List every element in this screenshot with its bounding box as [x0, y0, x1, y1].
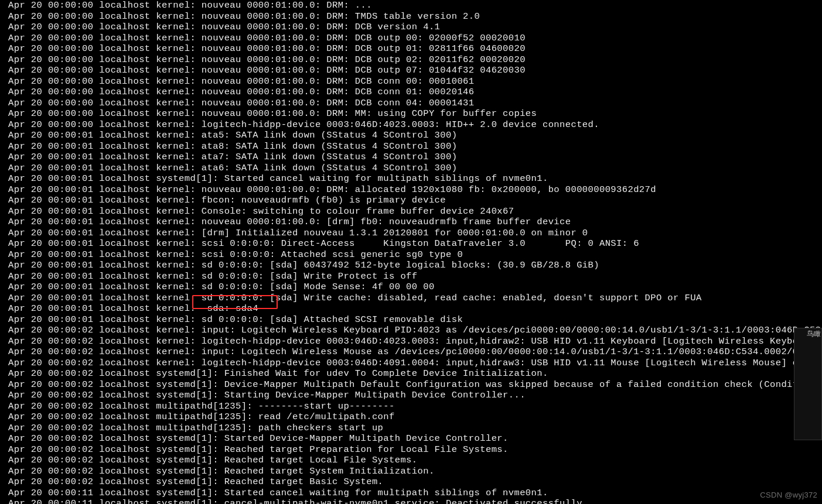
log-line: Apr 20 00:00:02 localhost systemd[1]: Re…: [8, 466, 822, 477]
log-line: Apr 20 00:00:00 localhost kernel: nouvea…: [8, 0, 822, 11]
log-line: Apr 20 00:00:02 localhost systemd[1]: Re…: [8, 455, 822, 466]
log-line: Apr 20 00:00:11 localhost systemd[1]: ca…: [8, 498, 822, 504]
log-line: Apr 20 00:00:00 localhost kernel: nouvea…: [8, 54, 822, 66]
log-line: Apr 20 00:00:01 localhost systemd[1]: St…: [8, 173, 822, 184]
log-line: Apr 20 00:00:01 localhost kernel: nouvea…: [8, 184, 822, 196]
log-line: Apr 20 00:00:01 localhost kernel: Consol…: [8, 206, 822, 217]
log-line: Apr 20 00:00:02 localhost kernel: logite…: [8, 358, 822, 369]
log-line: Apr 20 00:00:02 localhost kernel: logite…: [8, 336, 822, 347]
log-line: Apr 20 00:00:01 localhost kernel: ata7: …: [8, 152, 822, 163]
log-line: Apr 20 00:00:01 localhost kernel: sd 0:0…: [8, 282, 822, 293]
log-line: Apr 20 00:00:11 localhost systemd[1]: St…: [8, 488, 822, 499]
log-line: Apr 20 00:00:01 localhost kernel: nouvea…: [8, 217, 822, 228]
log-line: Apr 20 00:00:01 localhost kernel: sd 0:0…: [8, 293, 822, 304]
log-line: Apr 20 00:00:01 localhost kernel: scsi 0…: [8, 249, 822, 260]
log-line: Apr 20 00:00:01 localhost kernel: scsi 0…: [8, 238, 822, 249]
log-line: Apr 20 00:00:01 localhost kernel: ata8: …: [8, 141, 822, 152]
log-line: Apr 20 00:00:02 localhost systemd[1]: Re…: [8, 444, 822, 455]
log-line: Apr 20 00:00:02 localhost kernel: input:…: [8, 325, 822, 336]
sidebar-label: 鸟瞰: [807, 329, 821, 339]
watermark-text: CSDN @wyj372: [760, 491, 817, 499]
log-line: Apr 20 00:00:00 localhost kernel: nouvea…: [8, 43, 822, 54]
log-line: Apr 20 00:00:02 localhost systemd[1]: St…: [8, 390, 822, 401]
log-line: Apr 20 00:00:02 localhost systemd[1]: St…: [8, 433, 822, 444]
log-line: Apr 20 00:00:00 localhost kernel: nouvea…: [8, 76, 822, 87]
log-line: Apr 20 00:00:00 localhost kernel: nouvea…: [8, 65, 822, 76]
log-line: Apr 20 00:00:02 localhost systemd[1]: De…: [8, 379, 822, 390]
log-line: Apr 20 00:00:02 localhost multipathd[123…: [8, 401, 822, 412]
log-line: Apr 20 00:00:01 localhost kernel: sda: s…: [8, 303, 822, 314]
log-line: Apr 20 00:00:02 localhost multipathd[123…: [8, 412, 822, 423]
log-line: Apr 20 00:00:02 localhost kernel: input:…: [8, 347, 822, 358]
log-line: Apr 20 00:00:02 localhost multipathd[123…: [8, 423, 822, 434]
log-line: Apr 20 00:00:01 localhost kernel: fbcon:…: [8, 195, 822, 206]
log-line: Apr 20 00:00:01 localhost kernel: ata6: …: [8, 163, 822, 174]
log-line: Apr 20 00:00:01 localhost kernel: ata5: …: [8, 130, 822, 141]
log-line: Apr 20 00:00:01 localhost kernel: sd 0:0…: [8, 260, 822, 271]
log-line: Apr 20 00:00:01 localhost kernel: sd 0:0…: [8, 314, 822, 325]
log-line: Apr 20 00:00:00 localhost kernel: nouvea…: [8, 108, 822, 119]
log-line: Apr 20 00:00:01 localhost kernel: [drm] …: [8, 228, 822, 239]
log-line: Apr 20 00:00:00 localhost kernel: nouvea…: [8, 87, 822, 98]
log-line: Apr 20 00:00:01 localhost kernel: sd 0:0…: [8, 271, 822, 282]
log-line: Apr 20 00:00:02 localhost systemd[1]: Fi…: [8, 368, 822, 379]
log-line: Apr 20 00:00:00 localhost kernel: logite…: [8, 119, 822, 131]
log-line: Apr 20 00:00:00 localhost kernel: nouvea…: [8, 33, 822, 44]
log-line: Apr 20 00:00:00 localhost kernel: nouvea…: [8, 11, 822, 22]
log-line: Apr 20 00:00:02 localhost systemd[1]: Re…: [8, 476, 822, 488]
sidebar-thumbnail: [794, 328, 822, 440]
log-line: Apr 20 00:00:00 localhost kernel: nouvea…: [8, 98, 822, 109]
boot-log-terminal: Apr 20 00:00:00 localhost kernel: nouvea…: [0, 0, 822, 504]
log-line: Apr 20 00:00:00 localhost kernel: nouvea…: [8, 22, 822, 33]
